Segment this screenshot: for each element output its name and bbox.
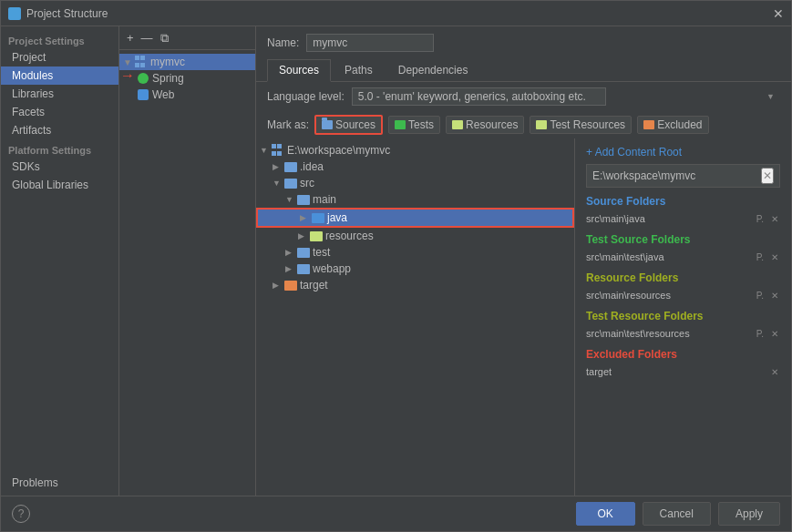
file-node-resources[interactable]: ▶ resources <box>256 228 574 244</box>
resource-folder-remove-0[interactable]: ✕ <box>769 291 780 301</box>
root-module-icon <box>272 144 284 157</box>
target-folder-icon <box>284 281 297 291</box>
file-node-target[interactable]: ▶ target <box>256 277 574 293</box>
mark-sources-button[interactable]: Sources <box>314 115 383 135</box>
tree-node-mymvc[interactable]: ▼ mymvc <box>119 54 255 70</box>
sidebar-item-facets[interactable]: Facets <box>1 103 118 121</box>
excluded-folder-icon <box>643 120 654 129</box>
main-content: Project Settings Project Modules → Libra… <box>1 26 791 496</box>
excluded-folder-btns-0: ✕ <box>769 367 780 377</box>
test-resource-folder-remove-0[interactable]: ✕ <box>769 329 780 339</box>
ok-button[interactable]: OK <box>576 502 635 526</box>
window-title: Project Structure <box>26 7 108 20</box>
resources-label: resources <box>325 230 374 242</box>
source-folder-edit-0[interactable]: P. <box>755 214 766 224</box>
sidebar-item-global-libraries[interactable]: Global Libraries <box>1 176 118 194</box>
sidebar-item-modules[interactable]: Modules → <box>1 66 118 85</box>
source-folders-section: Source Folders src\main\java P. ✕ <box>586 195 780 226</box>
sidebar-item-artifacts[interactable]: Artifacts <box>1 121 118 139</box>
src-expand-icon: ▼ <box>273 179 282 188</box>
close-button[interactable]: ✕ <box>773 6 784 21</box>
file-node-main[interactable]: ▼ main <box>256 191 574 208</box>
file-root-label: E:\workspace\mymvc <box>287 144 390 157</box>
tree-node-spring[interactable]: Spring <box>119 70 255 87</box>
file-node-test[interactable]: ▶ test <box>256 244 574 261</box>
test-expand-icon: ▶ <box>285 248 294 257</box>
add-content-root[interactable]: + Add Content Root <box>586 146 780 159</box>
help-button[interactable]: ? <box>12 505 30 523</box>
file-node-java[interactable]: ▶ java <box>256 208 574 228</box>
file-node-root[interactable]: ▼ E:\workspace\mymvc <box>256 142 574 159</box>
test-resource-folders-section: Test Resource Folders src\main\test\reso… <box>586 310 780 341</box>
java-label: java <box>327 211 347 224</box>
test-source-folder-remove-0[interactable]: ✕ <box>769 252 780 262</box>
file-node-src[interactable]: ▼ src <box>256 175 574 191</box>
test-source-folders-section: Test Source Folders src\main\test\java P… <box>586 233 780 264</box>
platform-settings-label: Platform Settings <box>1 139 118 158</box>
test-label: test <box>313 246 330 259</box>
java-folder-icon <box>312 213 324 223</box>
content-root-path: E:\workspace\mymvc ✕ <box>586 164 780 188</box>
main-label: main <box>313 193 336 206</box>
cancel-button[interactable]: Cancel <box>643 502 711 526</box>
window-icon <box>8 7 21 20</box>
tree-mymvc-label: mymvc <box>150 56 185 68</box>
target-expand-icon: ▶ <box>273 281 282 290</box>
language-select[interactable]: 5.0 - 'enum' keyword, generics, autoboxi… <box>352 87 606 106</box>
source-folder-path-0: src\main\java <box>586 213 645 224</box>
test-resource-folder-edit-0[interactable]: P. <box>755 329 766 339</box>
test-source-folder-edit-0[interactable]: P. <box>755 252 766 262</box>
sidebar-item-problems[interactable]: Problems <box>1 474 118 492</box>
main-folder-icon <box>297 195 310 205</box>
tab-sources[interactable]: Sources <box>267 59 331 82</box>
tab-paths[interactable]: Paths <box>333 59 385 81</box>
content-root-close-button[interactable]: ✕ <box>761 168 774 184</box>
mark-as-row: Mark as: Sources Tests Resources <box>256 111 791 138</box>
resources-folder-icon-tree <box>310 231 323 241</box>
resource-folders-section: Resource Folders src\main\resources P. ✕ <box>586 271 780 302</box>
idea-label: .idea <box>300 160 324 173</box>
webapp-expand-icon: ▶ <box>285 264 294 273</box>
sidebar-item-libraries[interactable]: Libraries <box>1 85 118 103</box>
file-node-webapp[interactable]: ▶ webapp <box>256 261 574 277</box>
tree-content: ▼ mymvc Spring Web <box>119 50 255 496</box>
mark-excluded-button[interactable]: Excluded <box>637 116 708 134</box>
sidebar-item-sdks[interactable]: SDKs <box>1 158 118 176</box>
src-label: src <box>300 177 314 189</box>
test-folder-icon <box>297 248 310 258</box>
idea-expand-icon: ▶ <box>273 162 282 171</box>
project-structure-dialog: Project Structure ✕ Project Settings Pro… <box>0 0 792 532</box>
mark-tests-button[interactable]: Tests <box>388 116 440 134</box>
mymvc-expand-icon: ▼ <box>123 57 132 67</box>
excluded-folder-remove-0[interactable]: ✕ <box>769 367 780 377</box>
tab-dependencies[interactable]: Dependencies <box>386 59 480 81</box>
help-section: ? <box>12 505 30 523</box>
file-tree-panel: ▼ E:\workspace\mymvc ▶ .idea <box>256 138 575 496</box>
test-resource-folder-entry-0: src\main\test\resources P. ✕ <box>586 326 780 341</box>
bottom-bar: ? OK Cancel Apply <box>1 496 791 531</box>
tree-add-button[interactable]: + <box>125 31 136 45</box>
name-label: Name: <box>267 36 299 49</box>
project-settings-label: Project Settings <box>1 30 118 48</box>
resource-folder-edit-0[interactable]: P. <box>755 291 766 301</box>
tree-copy-button[interactable]: ⧉ <box>159 31 170 46</box>
web-icon <box>138 89 149 100</box>
target-label: target <box>300 279 328 292</box>
tree-remove-button[interactable]: — <box>139 31 155 45</box>
file-node-idea[interactable]: ▶ .idea <box>256 159 574 175</box>
sidebar-item-project[interactable]: Project <box>1 48 118 66</box>
content-area: ▼ E:\workspace\mymvc ▶ .idea <box>256 138 791 496</box>
mark-test-resources-button[interactable]: Test Resources <box>530 116 632 134</box>
tree-node-web[interactable]: Web <box>119 87 255 103</box>
mark-as-label: Mark as: <box>267 118 309 131</box>
name-input[interactable] <box>306 34 434 52</box>
apply-button[interactable]: Apply <box>718 502 780 526</box>
webapp-label: webapp <box>313 262 351 275</box>
mark-resources-button[interactable]: Resources <box>446 116 524 134</box>
module-icon <box>135 56 148 68</box>
test-source-folder-btns-0: P. ✕ <box>755 252 780 262</box>
sources-folder-icon <box>322 120 333 129</box>
source-folder-remove-0[interactable]: ✕ <box>769 214 780 224</box>
test-resource-folder-btns-0: P. ✕ <box>755 329 780 339</box>
test-source-folders-title: Test Source Folders <box>586 233 780 246</box>
